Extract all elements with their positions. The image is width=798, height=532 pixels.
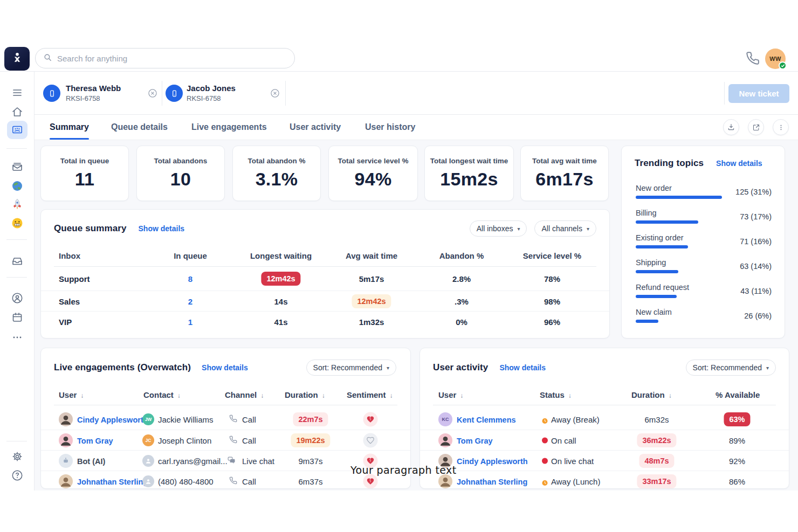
col-duration[interactable]: Duration↓	[285, 390, 325, 399]
close-icon[interactable]	[147, 88, 158, 99]
queue-row-sales: Sales 2 14s 12m42s .3% 98%	[41, 291, 609, 311]
user-avatar[interactable]: WW	[765, 49, 786, 69]
topic-bar	[636, 270, 678, 273]
stat-label: Total abandon %	[248, 157, 306, 165]
sidebar-item-workspaces-active[interactable]	[7, 121, 27, 139]
user-name-link[interactable]: Johnathan Sterling	[457, 477, 527, 486]
open-in-new-button[interactable]	[748, 119, 764, 135]
user-name-link[interactable]: Tom Gray	[457, 436, 493, 445]
in-queue-link[interactable]: 8	[188, 274, 192, 284]
available-pct-value: 89%	[729, 436, 745, 445]
col-longest-waiting[interactable]: Longest waiting	[250, 251, 312, 260]
phone-icon[interactable]	[746, 51, 760, 65]
chevron-down-icon: ▾	[517, 226, 520, 232]
in-queue-link[interactable]: 1	[188, 317, 192, 326]
col-available[interactable]: % Available	[716, 390, 760, 399]
longest-waiting-value: 41s	[274, 317, 287, 326]
col-user[interactable]: User↓	[59, 390, 84, 399]
col-inbox[interactable]: Inbox	[59, 251, 80, 260]
duration-badge: 48m7s	[639, 454, 674, 468]
queue-row-support: Support 8 12m42s 5m17s 2.8% 78%	[41, 267, 609, 291]
sort-arrow-icon: ↓	[669, 392, 672, 399]
contact-name: Jackie Williams	[158, 415, 214, 424]
sidebar-item-inbox-tray[interactable]	[11, 254, 24, 267]
sort-arrow-icon: ↓	[568, 392, 572, 399]
tab-live-engagements[interactable]: Live engagements	[191, 115, 267, 140]
user-name-link[interactable]: Johnathan Sterling	[77, 477, 148, 486]
topic-value: 26 (6%)	[744, 312, 772, 320]
close-icon[interactable]	[270, 88, 280, 99]
new-ticket-button[interactable]: New ticket	[728, 84, 789, 103]
in-queue-link[interactable]: 2	[188, 296, 192, 306]
rocket-emoji-icon[interactable]	[11, 198, 24, 211]
col-contact[interactable]: Contact↓	[143, 390, 181, 399]
stat-label: Total longest wait time	[430, 157, 508, 165]
tab-queue-details[interactable]: Queue details	[111, 115, 168, 140]
help-icon[interactable]	[11, 469, 24, 482]
call-icon	[229, 414, 237, 423]
sidebar-item-mail[interactable]	[11, 161, 24, 174]
col-duration[interactable]: Duration↓	[631, 390, 672, 399]
stat-card-total-abandon-pct: Total abandon % 3.1%	[232, 146, 321, 201]
col-service-level-pct[interactable]: Service level %	[523, 251, 581, 260]
queue-row-vip: VIP 1 41s 1m32s 0% 96%	[41, 311, 609, 331]
user-name-link[interactable]: Cindy Appleswort.	[77, 416, 146, 424]
ticket-tab-theresa[interactable]: Theresa Webb RKSI-6758	[43, 72, 162, 115]
tab-user-activity[interactable]: User activity	[290, 115, 341, 140]
contact-name: Joseph Clinton	[158, 436, 211, 445]
table-divider	[433, 405, 776, 405]
live-show-details-link[interactable]: Show details	[202, 363, 248, 372]
topic-value: 73 (17%)	[740, 212, 772, 221]
col-avg-wait-time[interactable]: Avg wait time	[346, 251, 397, 260]
search-input[interactable]	[57, 54, 287, 63]
all-inboxes-filter[interactable]: All inboxes ▾	[470, 220, 527, 237]
more-horizontal-icon[interactable]	[11, 331, 24, 344]
download-button[interactable]	[723, 119, 739, 135]
sentiment-negative-icon	[363, 474, 378, 488]
user-avatar	[438, 433, 452, 447]
user-avatar-initials: KC	[438, 412, 452, 426]
user-activity-title: User activity	[433, 362, 488, 373]
tab-user-history[interactable]: User history	[365, 115, 415, 140]
tab-summary[interactable]: Summary	[50, 115, 89, 140]
user-name-link[interactable]: Cindy Applesworth	[457, 457, 528, 465]
contact-avatar: JC	[142, 434, 154, 446]
avg-wait-value: 1m32s	[359, 317, 384, 326]
col-in-queue[interactable]: In queue	[174, 251, 207, 260]
duration-badge: 19m22s	[291, 433, 330, 447]
main-content: Total in queue 11 Total abandons 10 Tota…	[35, 140, 798, 490]
online-check-icon	[779, 61, 787, 70]
stat-label: Total service level %	[338, 157, 408, 165]
trending-show-details-link[interactable]: Show details	[716, 159, 762, 168]
user-name-link[interactable]: Kent Clemmens	[457, 416, 516, 424]
all-channels-filter[interactable]: All channels ▾	[534, 220, 596, 237]
globe-emoji-icon[interactable]	[11, 179, 24, 192]
live-sort-dropdown[interactable]: Sort: Recommended ▾	[306, 360, 396, 376]
sidebar-item-calendar[interactable]	[11, 311, 24, 324]
activity-row: Johnathan Sterling Away (Lunch) 33m17s 8…	[420, 471, 789, 489]
app-logo[interactable]	[4, 47, 30, 71]
hamburger-menu-icon[interactable]	[11, 86, 24, 99]
ticket-id: RKSI-6758	[66, 94, 100, 102]
col-abandon-pct[interactable]: Abandon %	[439, 251, 484, 260]
sidebar-item-home[interactable]	[11, 106, 24, 119]
more-vertical-button[interactable]	[773, 119, 789, 135]
col-sentiment[interactable]: Sentiment↓	[347, 390, 393, 399]
queue-show-details-link[interactable]: Show details	[139, 224, 185, 233]
user-name: Bot (AI)	[77, 457, 105, 465]
person-icon	[142, 475, 154, 487]
ticket-tab-jacob[interactable]: Jacob Jones RKSI-6758	[166, 72, 284, 115]
sidebar-item-contacts[interactable]	[11, 292, 24, 305]
global-search	[35, 48, 295, 68]
col-user[interactable]: User↓	[438, 390, 463, 399]
col-status[interactable]: Status↓	[540, 390, 572, 399]
settings-gear-icon[interactable]	[11, 450, 24, 463]
call-icon	[229, 436, 237, 444]
activity-sort-dropdown[interactable]: Sort: Recommended ▾	[686, 360, 776, 376]
search-icon	[43, 53, 52, 64]
col-channel[interactable]: Channel↓	[225, 390, 264, 399]
smiley-emoji-icon[interactable]	[11, 217, 24, 230]
activity-show-details-link[interactable]: Show details	[499, 363, 546, 372]
contact-email: carl.ryans@gmail...	[158, 456, 228, 465]
user-name-link[interactable]: Tom Gray	[77, 436, 113, 445]
